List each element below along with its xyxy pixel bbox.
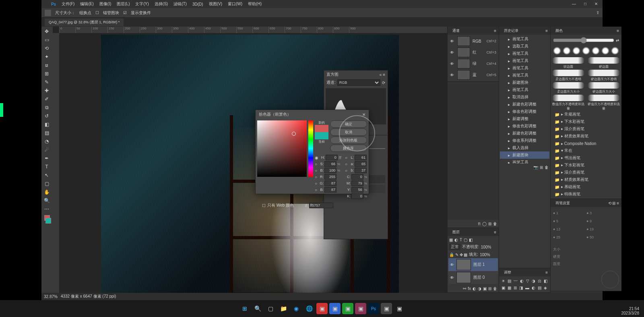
- opt-checkbox[interactable]: ☑: [123, 10, 127, 15]
- brush-stroke-preview[interactable]: [552, 57, 584, 64]
- gradient-tool-icon[interactable]: ▤: [41, 129, 52, 137]
- history-step[interactable]: ▸修改系列调整: [500, 137, 549, 144]
- taskview-icon[interactable]: ▢: [265, 303, 276, 314]
- brush-preset[interactable]: ● 13: [553, 226, 586, 233]
- s-input[interactable]: [324, 161, 336, 167]
- visibility-icon[interactable]: 👁: [450, 263, 454, 267]
- h-input[interactable]: [326, 155, 338, 160]
- mask-icon[interactable]: ◯: [482, 222, 487, 226]
- adj-vibrance-icon[interactable]: ▽: [526, 279, 529, 283]
- k-input[interactable]: [351, 193, 363, 199]
- g-input[interactable]: [324, 180, 336, 186]
- opt-checkbox[interactable]: ☐: [95, 10, 99, 15]
- panel-tab-history[interactable]: 历史记录: [502, 27, 521, 34]
- adj-poster-icon[interactable]: ▬: [525, 286, 529, 290]
- panel-menu-icon[interactable]: ≡: [383, 73, 385, 77]
- type-tool-icon[interactable]: T: [41, 163, 52, 171]
- radio-a[interactable]: ○: [345, 162, 347, 166]
- panel-tab-channels[interactable]: 通道: [450, 27, 462, 34]
- home-icon[interactable]: [45, 10, 51, 16]
- history-step[interactable]: ▸新建图块: [500, 151, 549, 159]
- history-step[interactable]: ▸画笔工具: [500, 86, 549, 93]
- brush-preset[interactable]: ● 1: [553, 209, 586, 217]
- system-clock[interactable]: 21:54 2023/3/28: [621, 307, 640, 315]
- channel-row[interactable]: 👁RGBCtrl+2: [448, 35, 498, 47]
- brush-preset-dot[interactable]: [601, 47, 609, 55]
- color-libraries-button[interactable]: 颜色库: [330, 145, 367, 152]
- brush-stroke-preview[interactable]: [588, 95, 620, 101]
- brush-stroke-preview[interactable]: [552, 82, 584, 89]
- history-step[interactable]: ▸修改色彩调整: [500, 108, 549, 115]
- radio-b[interactable]: ○: [315, 168, 317, 173]
- new-layer-icon[interactable]: ⊞: [488, 286, 491, 291]
- channel-row[interactable]: 👁绿Ctrl+4: [448, 58, 498, 69]
- brush-preset[interactable]: ● 50: [586, 234, 619, 241]
- radio-g[interactable]: ○: [315, 181, 317, 186]
- start-icon[interactable]: ⊞: [239, 303, 250, 314]
- m-input[interactable]: [351, 180, 363, 186]
- brush-stroke-preview[interactable]: [588, 82, 620, 89]
- app-icon[interactable]: ▣: [342, 303, 353, 314]
- background-color-swatch[interactable]: [45, 218, 51, 224]
- radio-lb[interactable]: ○: [345, 168, 347, 173]
- brush-preset[interactable]: ● 5: [553, 218, 586, 225]
- visibility-icon[interactable]: 👁: [450, 50, 455, 55]
- brush-folder[interactable]: 📁▸ 常规画笔: [551, 111, 621, 118]
- panel-menu-icon[interactable]: ≡: [494, 230, 496, 234]
- new-doc-icon[interactable]: ⊞: [540, 165, 543, 170]
- blend-mode-select[interactable]: 正常: [449, 244, 460, 250]
- brush-folder[interactable]: 📁 ▸ 下水彩画笔: [551, 162, 621, 169]
- close-icon[interactable]: ✕: [362, 112, 365, 117]
- group-icon[interactable]: ▣: [483, 286, 487, 291]
- new-icon[interactable]: ⊞: [488, 222, 491, 226]
- pen-tool-icon[interactable]: ✒: [41, 154, 52, 162]
- brush-folder[interactable]: 📁 ▸ 材质效果画笔: [551, 176, 621, 183]
- history-step[interactable]: ▸选取工具: [500, 43, 549, 50]
- brush-preset-dot[interactable]: [611, 47, 619, 55]
- crop-tool-icon[interactable]: ⟏: [41, 61, 52, 69]
- adj-mixer-icon[interactable]: ▦: [508, 286, 511, 290]
- dodge-tool-icon[interactable]: ☄: [41, 146, 52, 154]
- search-icon[interactable]: 🔍: [252, 303, 263, 314]
- brush-folder[interactable]: 📁▸ 材质效果画笔: [551, 133, 621, 140]
- layer-filter-icon[interactable]: T: [460, 238, 462, 242]
- brush-stroke-preview[interactable]: [588, 57, 620, 64]
- menu-filter[interactable]: 滤镜(T): [172, 0, 188, 8]
- adj-threshold-icon[interactable]: ◐: [532, 286, 535, 290]
- menu-file[interactable]: 文件(F): [60, 0, 76, 8]
- brush-preset[interactable]: ● 3: [586, 209, 619, 217]
- brush-preset[interactable]: ● 25: [553, 234, 586, 241]
- current-color-swatch[interactable]: [315, 132, 328, 139]
- minimize-icon[interactable]: —: [570, 1, 578, 7]
- history-step[interactable]: ▸新建图块: [500, 79, 549, 86]
- lasso-tool-icon[interactable]: ⟲: [41, 44, 52, 52]
- link-icon[interactable]: ⎘: [478, 222, 481, 226]
- visibility-icon[interactable]: 👁: [450, 62, 455, 66]
- a-input[interactable]: [355, 161, 367, 167]
- brush-folder[interactable]: 📁▸ 湿介质画笔: [551, 125, 621, 133]
- panel-menu-icon[interactable]: ≡: [545, 29, 548, 33]
- brush-folder[interactable]: 📁 ▸ 书法画笔: [551, 154, 621, 162]
- adj-hue-icon[interactable]: ◑: [532, 279, 535, 283]
- opacity-value[interactable]: 100%: [481, 245, 491, 249]
- layer-name[interactable]: 图层 1: [473, 262, 485, 267]
- layer-row[interactable]: 👁图层 1: [448, 258, 498, 271]
- history-step[interactable]: ▸画笔工具: [500, 159, 549, 164]
- adj-invert-icon[interactable]: ◨: [519, 286, 523, 290]
- link-icon[interactable]: ⚯: [463, 286, 466, 291]
- r-input[interactable]: [324, 174, 336, 180]
- panel-tab-brush-settings[interactable]: 画笔设置: [553, 200, 572, 207]
- edge-icon[interactable]: ◉: [291, 303, 302, 314]
- menu-window[interactable]: 窗口(W): [226, 0, 244, 8]
- menu-edit[interactable]: 编辑(E): [78, 0, 95, 8]
- history-step[interactable]: ▸新建色彩调整: [500, 130, 549, 137]
- explorer-icon[interactable]: 📁: [278, 303, 289, 314]
- layer-filter-icon[interactable]: ◐: [454, 238, 458, 242]
- eraser-tool-icon[interactable]: ◧: [41, 120, 52, 128]
- panel-menu-icon[interactable]: ≡: [494, 29, 496, 33]
- history-step[interactable]: ▸取消选择: [500, 93, 549, 101]
- stamp-tool-icon[interactable]: ⧉: [41, 104, 52, 112]
- hand-tool-icon[interactable]: ✋: [41, 188, 52, 196]
- trash-icon[interactable]: 🗑: [493, 222, 497, 226]
- app-icon[interactable]: ▣: [381, 303, 392, 314]
